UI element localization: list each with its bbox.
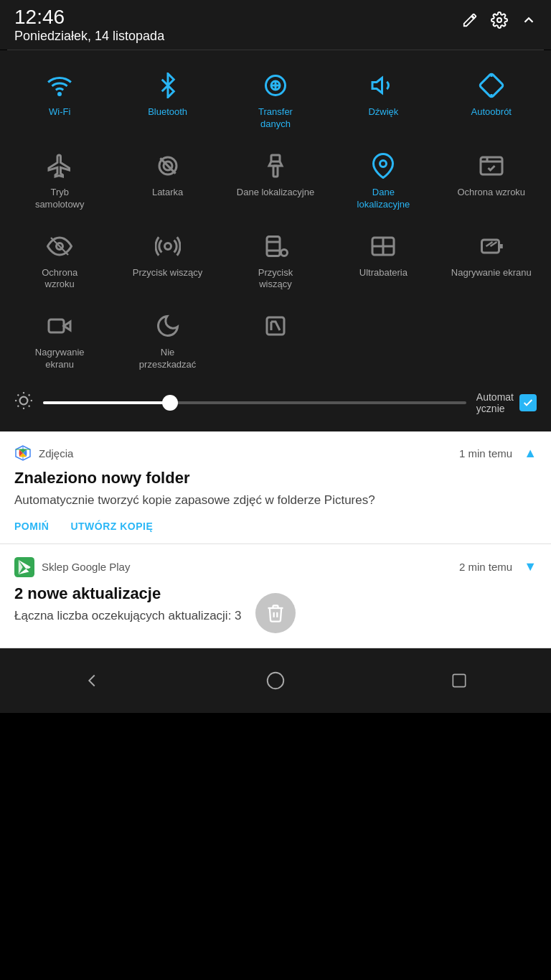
status-time: 12:46 (14, 7, 164, 27)
svg-marker-6 (372, 78, 382, 93)
svg-rect-33 (49, 319, 64, 332)
status-bar: 12:46 Poniedziałek, 14 listopada (0, 0, 551, 50)
sound-label: Dźwięk (368, 106, 398, 118)
ultrabattery-label: Nagrywanie ekranu (451, 267, 532, 279)
qs-eye-protect[interactable]: Ochronawzroku (7, 223, 112, 297)
data-transfer-icon (259, 69, 292, 102)
svg-rect-46 (453, 674, 465, 686)
qs-wifi[interactable]: Wi-Fi (7, 62, 112, 136)
location-label: Danelokalizacyjne (357, 187, 410, 211)
screen-record-label: Nagrywanieekranu (35, 347, 85, 371)
brightness-row: Automatycznie (7, 384, 544, 417)
brightness-auto: Automatycznie (476, 391, 537, 414)
edit-icon[interactable] (462, 12, 478, 32)
qs-float-button[interactable]: Przyciskwiszący (223, 223, 328, 297)
eye-protect-label: Ochronawzroku (42, 267, 77, 291)
qs-screenshot[interactable]: Ochrona wzroku (439, 142, 544, 217)
qs-huawei-share[interactable]: Latarka (115, 142, 220, 217)
bottom-nav (0, 648, 551, 713)
svg-point-21 (164, 243, 171, 249)
huawei-share-label: Latarka (152, 187, 183, 199)
brightness-thumb (162, 395, 178, 411)
multiscreen-label: Ultrabateria (359, 267, 408, 279)
svg-rect-22 (267, 236, 280, 256)
gplay-notif-header: Sklep Google Play 2 min temu ▼ (14, 557, 537, 577)
notifications-area: Zdjęcia 1 min temu ▲ Znaleziono nowy fol… (0, 431, 551, 648)
auto-brightness-checkbox[interactable] (519, 394, 537, 411)
qs-dnd[interactable]: Nieprzeszkadzać (115, 302, 220, 377)
float-button-icon (259, 230, 292, 263)
qs-airplane[interactable]: Trybsamolotowy (7, 142, 112, 217)
screenshot-icon (475, 149, 508, 182)
float-button-label: Przyciskwiszący (258, 267, 293, 291)
svg-line-39 (29, 406, 30, 407)
gplay-notification: Sklep Google Play 2 min temu ▼ 2 nowe ak… (0, 544, 551, 648)
qs-location[interactable]: Danelokalizacyjne (331, 142, 435, 217)
svg-rect-13 (271, 155, 280, 162)
svg-rect-34 (267, 317, 284, 335)
svg-point-35 (20, 397, 28, 405)
qs-sound[interactable]: Dźwięk (331, 62, 435, 136)
collapse-icon[interactable] (521, 12, 537, 32)
svg-point-15 (380, 160, 387, 167)
photos-notif-body: Automatycznie tworzyć kopie zapasowe zdj… (14, 492, 537, 509)
screen-record-icon (43, 309, 76, 342)
flashlight-icon (259, 149, 292, 182)
photos-notif-actions: POMIŃ UTWÓRZ KOPIĘ (14, 521, 537, 532)
sound-icon (367, 69, 400, 102)
svg-line-43 (29, 395, 30, 396)
autorotate-label: Autoobrót (471, 106, 512, 118)
photos-notif-chevron[interactable]: ▲ (524, 446, 537, 461)
brightness-slider[interactable] (43, 401, 466, 404)
qs-multiscreen[interactable]: Ultrabateria (331, 223, 435, 297)
location-icon (367, 149, 400, 182)
settings-icon[interactable] (491, 11, 508, 33)
qs-autorotate[interactable]: Autoobrót (439, 62, 544, 136)
dnd-label: Nieprzeszkadzać (139, 347, 196, 371)
gplay-notif-chevron[interactable]: ▼ (524, 559, 537, 574)
ultrabattery-icon (475, 230, 508, 263)
brightness-icon (14, 391, 33, 414)
qs-flashlight[interactable]: Dane lokalizacyjne (223, 142, 328, 217)
status-icons (462, 7, 537, 33)
recent-apps-button[interactable] (438, 659, 481, 702)
photos-notif-header: Zdjęcia 1 min temu ▲ (14, 444, 537, 462)
home-button[interactable] (254, 659, 297, 702)
screenshot-label: Ochrona wzroku (457, 187, 525, 199)
hotspot-label: Przycisk wiszący (133, 267, 203, 279)
data-transfer-label: Transferdanych (258, 106, 293, 131)
svg-rect-14 (273, 166, 278, 177)
svg-line-42 (18, 406, 19, 407)
gplay-app-icon (14, 557, 34, 577)
airplane-label: Trybsamolotowy (35, 187, 85, 211)
photos-app-icon (14, 444, 32, 462)
svg-rect-44 (14, 557, 34, 577)
svg-rect-16 (481, 157, 502, 174)
svg-point-45 (268, 672, 284, 689)
svg-point-25 (281, 249, 287, 256)
hotspot-icon (151, 230, 184, 263)
status-time-block: 12:46 Poniedziałek, 14 listopada (14, 7, 164, 44)
autorotate-icon (475, 69, 508, 102)
nfc-icon (259, 309, 292, 342)
back-button[interactable] (70, 659, 113, 702)
photos-notif-title: Znaleziono nowy folder (14, 469, 537, 487)
qs-bluetooth[interactable]: Bluetooth (115, 62, 220, 136)
bluetooth-label: Bluetooth (148, 106, 187, 118)
qs-data-transfer[interactable]: Transferdanych (223, 62, 328, 136)
qs-hotspot[interactable]: Przycisk wiszący (115, 223, 220, 297)
status-date: Poniedziałek, 14 listopada (14, 29, 164, 44)
qs-nfc[interactable] (223, 302, 328, 377)
qs-screen-record[interactable]: Nagrywanieekranu (7, 302, 112, 377)
photos-skip-button[interactable]: POMIŃ (14, 521, 49, 532)
dnd-icon (151, 309, 184, 342)
flashlight-label: Dane lokalizacyjne (237, 187, 314, 199)
photos-notif-time: 1 min temu (459, 447, 512, 459)
qs-ultrabattery[interactable]: Nagrywanie ekranu (439, 223, 544, 297)
eye-protect-icon (43, 230, 76, 263)
delete-overlay[interactable] (255, 593, 296, 633)
svg-line-38 (18, 395, 19, 396)
photos-create-copy-button[interactable]: UTWÓRZ KOPIĘ (70, 521, 153, 532)
gplay-notif-time: 2 min temu (459, 561, 512, 573)
svg-point-1 (59, 93, 61, 95)
